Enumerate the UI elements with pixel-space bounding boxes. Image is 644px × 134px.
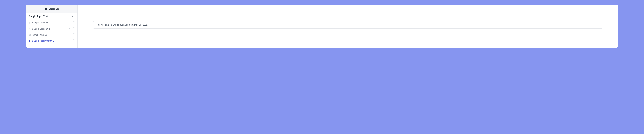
completion-indicator [72,39,75,42]
document-icon [28,27,30,30]
list-item[interactable]: Sample Lesson 02 [26,26,78,32]
topic-progress: 0/4 [72,15,75,18]
sidebar-title: Lesson List [48,8,59,10]
svg-rect-7 [69,28,70,30]
lock-icon [69,27,70,30]
sidebar-header: Lesson List [26,5,78,13]
topic-header[interactable]: Sample Topic 01 0/4 [26,13,78,20]
list-item-label: Sample Lesson 01 [32,21,50,24]
completion-indicator [72,33,75,36]
list-item-label: Sample Lesson 02 [32,27,50,30]
quiz-icon [28,34,31,36]
document-icon [28,21,30,24]
list-item-label: Sample Quiz 01 [32,34,48,36]
list-item[interactable]: Sample Assignment 01 [26,38,78,44]
book-icon [44,8,47,10]
list-item[interactable]: Sample Quiz 01 [26,32,78,38]
notice-text: This Assignment will be available from M… [96,24,148,26]
list-item-label: Sample Assignment 01 [32,40,54,42]
info-icon[interactable] [46,15,48,17]
assignment-icon [28,40,30,42]
main-content: This Assignment will be available from M… [78,5,618,48]
list-item[interactable]: Sample Lesson 01 [26,20,78,26]
completion-indicator [72,27,75,30]
app-container: Lesson List Sample Topic 01 0/4 [26,5,618,48]
topic-title: Sample Topic 01 [28,15,45,18]
availability-notice: This Assignment will be available from M… [93,21,602,28]
completion-indicator [72,21,75,24]
topic-left: Sample Topic 01 [28,15,48,18]
lesson-sidebar: Lesson List Sample Topic 01 0/4 [26,5,78,48]
